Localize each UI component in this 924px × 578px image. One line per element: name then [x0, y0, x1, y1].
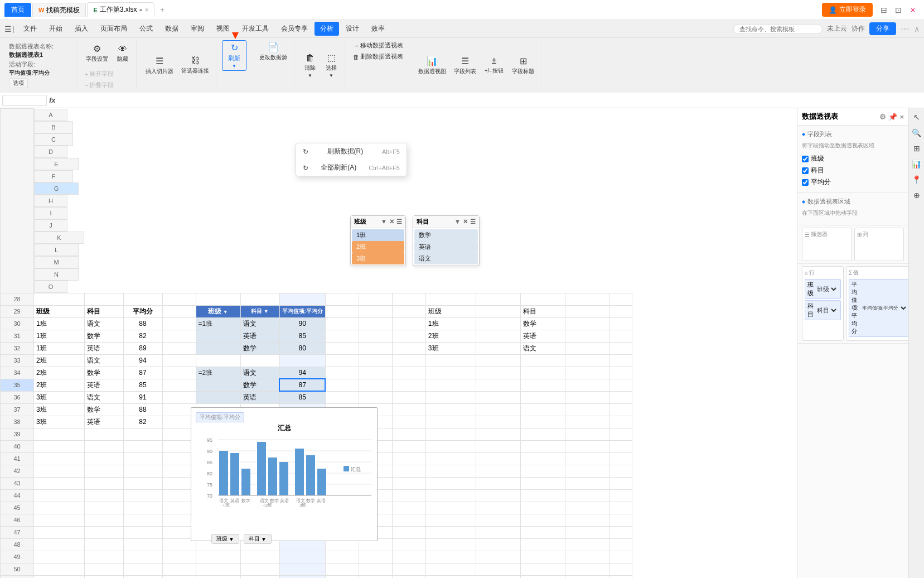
cell-50-2[interactable] [123, 563, 162, 575]
cell-28-6[interactable] [279, 293, 325, 305]
cell-34-13[interactable] [565, 367, 609, 379]
cell-49-6[interactable] [279, 551, 325, 563]
cell-28-8[interactable] [359, 293, 392, 305]
cell-37-10[interactable] [425, 403, 476, 416]
cell-32-9[interactable] [392, 342, 425, 354]
cell-42-2[interactable] [123, 465, 162, 477]
cell-30-2[interactable]: 88 [123, 317, 162, 330]
cell-34-14[interactable] [609, 367, 632, 379]
cell-48-9[interactable] [392, 538, 425, 551]
cell-44-13[interactable] [565, 489, 609, 502]
cell-38-14[interactable] [609, 416, 632, 428]
tab-data[interactable]: 数据 [159, 22, 184, 36]
cell-50-4[interactable] [196, 563, 240, 575]
cell-35-4[interactable] [196, 379, 240, 391]
plus-minus-btn[interactable]: ± +/- 按钮 [481, 54, 507, 76]
cell-40-1[interactable] [84, 440, 123, 452]
tab-review[interactable]: 审阅 [185, 22, 210, 36]
more-btn[interactable]: ⋯ [901, 23, 910, 34]
rt-pin-btn[interactable]: 📍 [910, 173, 923, 186]
slicer-subject-math[interactable]: 数学 [414, 229, 478, 241]
tab-efficiency[interactable]: 效率 [366, 22, 390, 36]
cell-43-0[interactable] [34, 477, 85, 489]
cell-30-3[interactable] [162, 317, 196, 330]
cell-33-14[interactable] [609, 354, 632, 367]
cell-42-14[interactable] [609, 465, 632, 477]
cell-31-12[interactable]: 英语 [520, 330, 565, 342]
win-max-btn[interactable]: ⊡ [892, 3, 905, 17]
cell-34-5[interactable]: 语文 [240, 367, 279, 379]
cell-38-13[interactable] [565, 416, 609, 428]
cell-46-14[interactable] [609, 514, 632, 526]
cell-33-1[interactable]: 语文 [84, 354, 123, 367]
cell-38-2[interactable]: 82 [123, 416, 162, 428]
cell-36-3[interactable] [162, 391, 196, 403]
cell-37-1[interactable]: 数学 [84, 403, 123, 416]
cell-47-11[interactable] [476, 526, 520, 538]
cell-47-2[interactable] [123, 526, 162, 538]
cell-44-12[interactable] [520, 489, 565, 502]
clear-btn[interactable]: 🗑 清除 ▼ [300, 51, 320, 80]
cell-48-12[interactable] [520, 538, 565, 551]
tab-page-layout[interactable]: 页面布局 [95, 22, 133, 36]
cell-34-9[interactable] [392, 367, 425, 379]
cell-38-9[interactable] [392, 416, 425, 428]
cell-31-3[interactable] [162, 330, 196, 342]
cell-33-5[interactable] [240, 354, 279, 367]
chart-subject-filter[interactable]: 科目 ▼ [244, 534, 272, 544]
cell-49-8[interactable] [359, 551, 392, 563]
cell-29-1[interactable]: 科目 [84, 305, 123, 317]
cell-29-5[interactable]: 科目 ▼ [240, 305, 279, 317]
cell-28-11[interactable] [476, 293, 520, 305]
cell-49-0[interactable] [34, 551, 85, 563]
cell-42-1[interactable] [84, 465, 123, 477]
cell-28-4[interactable] [196, 293, 240, 305]
cell-28-0[interactable] [34, 293, 85, 305]
cell-51-11[interactable] [476, 575, 520, 578]
formula-input[interactable]: 87 [58, 95, 922, 105]
field-list-btn[interactable]: ☰ 字段列表 [451, 54, 480, 77]
cell-38-1[interactable]: 英语 [84, 416, 123, 428]
cell-32-1[interactable]: 英语 [84, 342, 123, 354]
cell-40-2[interactable] [123, 440, 162, 452]
cell-45-13[interactable] [565, 502, 609, 514]
cell-32-8[interactable] [359, 342, 392, 354]
cell-41-10[interactable] [425, 452, 476, 465]
cell-39-11[interactable] [476, 428, 520, 440]
cell-36-7[interactable] [325, 391, 359, 403]
cell-37-14[interactable] [609, 403, 632, 416]
cell-47-9[interactable] [392, 526, 425, 538]
tab-insert[interactable]: 插入 [69, 22, 94, 36]
cell-41-2[interactable] [123, 452, 162, 465]
tab-formula[interactable]: 公式 [134, 22, 158, 36]
cell-33-0[interactable]: 2班 [34, 354, 85, 367]
field-checkbox-class[interactable] [802, 156, 809, 162]
cell-49-11[interactable] [476, 551, 520, 563]
cell-36-11[interactable] [476, 391, 520, 403]
cell-31-10[interactable]: 2班 [425, 330, 476, 342]
win-close-btn[interactable]: × [906, 3, 920, 17]
cell-49-9[interactable] [392, 551, 425, 563]
cell-29-2[interactable]: 平均分 [123, 305, 162, 317]
chart-class-filter[interactable]: 班级 ▼ [211, 534, 239, 544]
cell-34-6[interactable]: 94 [279, 367, 325, 379]
row-tag-class-select[interactable]: 班级 [815, 285, 838, 293]
options-btn[interactable]: 选项 [9, 78, 28, 88]
cell-35-9[interactable] [392, 379, 425, 391]
cell-28-14[interactable] [609, 293, 632, 305]
tab-vip[interactable]: 会员专享 [275, 22, 313, 36]
cell-35-11[interactable] [476, 379, 520, 391]
cell-37-2[interactable]: 88 [123, 403, 162, 416]
cell-29-4[interactable]: 班级 ▼ [196, 305, 240, 317]
cell-43-9[interactable] [392, 477, 425, 489]
cell-33-6[interactable] [279, 354, 325, 367]
tab-analyze[interactable]: 分析 [315, 22, 339, 36]
cell-40-12[interactable] [520, 440, 565, 452]
cell-30-9[interactable] [392, 317, 425, 330]
tab-design[interactable]: 设计 [340, 22, 365, 36]
slicer-subject-clear-icon[interactable]: ✕ [463, 218, 468, 225]
cell-31-13[interactable] [565, 330, 609, 342]
cell-35-7[interactable] [325, 379, 359, 391]
tab-start[interactable]: 开始 [43, 22, 68, 36]
cell-36-0[interactable]: 3班 [34, 391, 85, 403]
